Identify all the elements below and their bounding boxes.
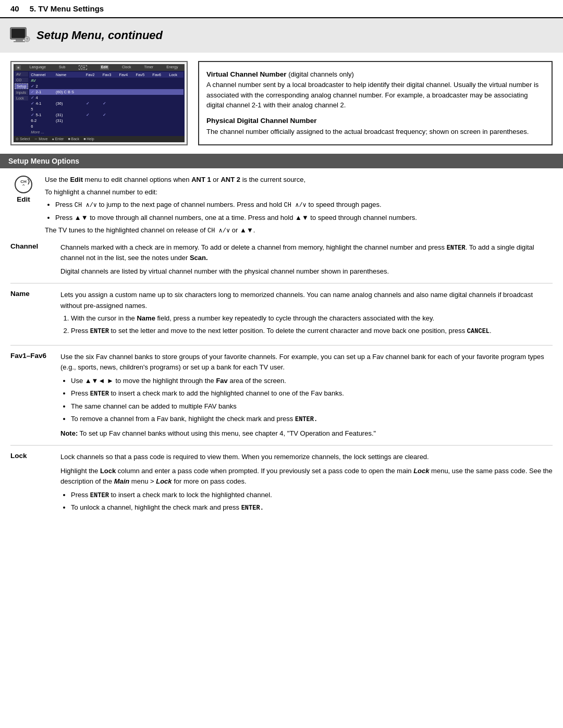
option-channel-label: Channel bbox=[10, 242, 52, 250]
channel-para2: Digital channels are listed by virtual c… bbox=[60, 266, 553, 277]
tv-icon-timer: Timer bbox=[144, 65, 154, 70]
option-lock-content: Lock channels so that a pass code is req… bbox=[60, 452, 553, 515]
option-channel-content: Channels marked with a check are in memo… bbox=[60, 242, 553, 277]
list-item: The same channel can be added to multipl… bbox=[71, 401, 553, 412]
name-intro: Lets you assign a custom name up to six … bbox=[60, 290, 553, 311]
option-fav-label: Fav1–Fav6 bbox=[10, 352, 52, 360]
tv-icon-energy: Energy bbox=[166, 65, 178, 70]
option-name: Name Lets you assign a custom name up to… bbox=[10, 283, 553, 345]
lock-bullet-list: Press ENTER to insert a check mark to lo… bbox=[60, 490, 553, 513]
table-row: 6-2 (31) bbox=[29, 118, 183, 124]
list-item: Press ENTER to insert a check mark to lo… bbox=[71, 490, 553, 501]
tv-sidebar-setup: Setup bbox=[15, 83, 28, 89]
svg-text:?: ? bbox=[26, 38, 28, 41]
table-row: ✓ 4-1 (36) ✓✓ bbox=[29, 101, 183, 106]
option-lock-label: Lock bbox=[10, 452, 52, 460]
intro-content-area: ■ Language Sub CH Edit Clock Timer Energ… bbox=[0, 53, 563, 154]
list-item: Use ▲▼◄ ► to move the highlight through … bbox=[71, 376, 553, 386]
table-row: 5 bbox=[29, 106, 183, 112]
tv-col-fav5: Fav5 bbox=[134, 72, 151, 78]
option-channel: Channel Channels marked with a check are… bbox=[10, 236, 553, 284]
info-box: Virtual Channel Number (digital channels… bbox=[198, 61, 553, 145]
table-row: AV bbox=[29, 78, 183, 83]
list-item: With the cursor in the Name field, press… bbox=[71, 313, 553, 324]
virtual-channel-title: Virtual Channel Number bbox=[206, 70, 287, 78]
edit-intro-text: Use the Edit menu to edit channel option… bbox=[45, 175, 553, 236]
section-title-bar: ? Setup Menu, continued bbox=[0, 18, 563, 53]
tv-help-move: ↔ Move bbox=[34, 137, 47, 141]
edit-tunes-line: The TV tunes to the highlighted channel … bbox=[45, 225, 553, 236]
page-number: 40 bbox=[10, 4, 19, 13]
tv-sidebar-lock: Lock bbox=[15, 96, 28, 101]
options-area: Channel Channels marked with a check are… bbox=[0, 236, 563, 522]
tv-col-fav2: Fav2 bbox=[84, 72, 101, 78]
fav-bullet-list: Use ▲▼◄ ► to move the highlight through … bbox=[60, 376, 553, 424]
page-title: Setup Menu, continued bbox=[36, 29, 163, 42]
page-header: 40 5. TV Menu Settings bbox=[0, 0, 563, 18]
tv-screen-image: ■ Language Sub CH Edit Clock Timer Energ… bbox=[10, 61, 188, 145]
tv-channel-table-area: Channel Name Fav2 Fav3 Fav4 Fav5 Fav6 Lo… bbox=[29, 72, 183, 135]
table-row: ✓ 2 bbox=[29, 83, 183, 89]
lock-para2: Highlight the Lock column and enter a pa… bbox=[60, 466, 553, 487]
tv-help-select: ⊙ Select bbox=[16, 137, 30, 141]
list-item: Press CH ∧/∨ to jump to the next page of… bbox=[55, 200, 553, 211]
lock-para1: Lock channels so that a pass code is req… bbox=[60, 452, 553, 462]
monitor-icon: ? bbox=[8, 24, 30, 46]
tv-bottom-bar: ⊙ Select ↔ Move ● Enter ■ Back ■ Help bbox=[14, 136, 185, 142]
ch-up-down-icon: CH ⌃ bbox=[14, 175, 33, 194]
table-row: ✓ 2-1 (60) C B S bbox=[29, 89, 183, 95]
tv-menu-bar: ■ Language Sub CH Edit Clock Timer Energ… bbox=[14, 64, 185, 71]
channel-para1: Channels marked with a check are in memo… bbox=[60, 242, 553, 264]
list-item: Press ENTER to insert a check mark to ad… bbox=[71, 388, 553, 399]
tv-menu-icons: Language Sub CH Edit Clock Timer Energy bbox=[25, 65, 182, 70]
tv-col-lock: Lock bbox=[167, 72, 183, 78]
tv-channel-table: Channel Name Fav2 Fav3 Fav4 Fav5 Fav6 Lo… bbox=[29, 72, 183, 135]
edit-label: Edit bbox=[17, 195, 30, 203]
name-numbered-list: With the cursor in the Name field, press… bbox=[60, 313, 553, 337]
tv-main-area: AV CO Setup Inputs Lock Channel Name Fav… bbox=[14, 71, 185, 136]
tv-help-help: ■ Help bbox=[83, 137, 94, 141]
edit-bullet-list: Press CH ∧/∨ to jump to the next page of… bbox=[45, 200, 553, 223]
edit-intro-line1: Use the Edit menu to edit channel option… bbox=[45, 175, 553, 185]
tv-col-fav4: Fav4 bbox=[118, 72, 134, 78]
list-item: Press ▲▼ to move through all channel num… bbox=[55, 213, 553, 223]
tv-sidebar: AV CO Setup Inputs Lock bbox=[15, 72, 28, 135]
tv-icon-clock: Clock bbox=[122, 65, 131, 70]
list-item: To unlock a channel, highlight the check… bbox=[71, 502, 553, 513]
option-name-label: Name bbox=[10, 290, 52, 298]
setup-menu-options-header: Setup Menu Options bbox=[0, 154, 563, 168]
edit-icon-area: CH ⌃ Edit bbox=[10, 175, 36, 203]
physical-channel-section: Physical Digital Channel Number The chan… bbox=[206, 117, 544, 137]
svg-text:⌃: ⌃ bbox=[21, 183, 26, 189]
tv-col-fav6: Fav6 bbox=[151, 72, 167, 78]
option-fav-content: Use the six Fav channel banks to store g… bbox=[60, 352, 553, 439]
physical-channel-body: The channel number officially assigned t… bbox=[206, 127, 544, 137]
option-name-content: Lets you assign a custom name up to six … bbox=[60, 290, 553, 338]
tv-col-channel: Channel bbox=[29, 72, 54, 78]
chapter-title: 5. TV Menu Settings bbox=[30, 4, 104, 13]
tv-col-name: Name bbox=[54, 72, 84, 78]
table-row: 6 bbox=[29, 124, 183, 129]
fav-intro: Use the six Fav channel banks to store g… bbox=[60, 352, 553, 373]
edit-section: CH ⌃ Edit Use the Edit menu to edit chan… bbox=[0, 168, 563, 236]
tv-col-fav3: Fav3 bbox=[101, 72, 118, 78]
tv-icon-edit: Edit bbox=[100, 65, 109, 70]
edit-intro-line2: To highlight a channel number to edit: bbox=[45, 187, 553, 198]
svg-rect-3 bbox=[14, 41, 25, 42]
tv-icon-sub: Sub bbox=[59, 65, 65, 70]
table-row: ✓ 4 bbox=[29, 95, 183, 101]
svg-rect-1 bbox=[11, 29, 25, 38]
table-row: ✓ 5-1 (31) ✓✓ bbox=[29, 112, 183, 118]
tv-screenshot: ■ Language Sub CH Edit Clock Timer Energ… bbox=[10, 61, 188, 145]
option-fav: Fav1–Fav6 Use the six Fav channel banks … bbox=[10, 346, 553, 446]
fav-note: Note: To set up Fav channel banks withou… bbox=[60, 428, 553, 439]
option-lock: Lock Lock channels so that a pass code i… bbox=[10, 446, 553, 522]
physical-channel-title: Physical Digital Channel Number bbox=[206, 117, 544, 125]
tv-icon-language: Language bbox=[30, 65, 46, 70]
list-item: Press ENTER to set the letter and move t… bbox=[71, 326, 553, 337]
tv-sidebar-inputs: Inputs bbox=[15, 90, 28, 95]
tv-icon-ch: CH bbox=[79, 65, 87, 70]
table-row: More ... bbox=[29, 129, 183, 135]
list-item: To remove a channel from a Fav bank, hig… bbox=[71, 414, 553, 425]
tv-help-back: ■ Back bbox=[68, 137, 79, 141]
